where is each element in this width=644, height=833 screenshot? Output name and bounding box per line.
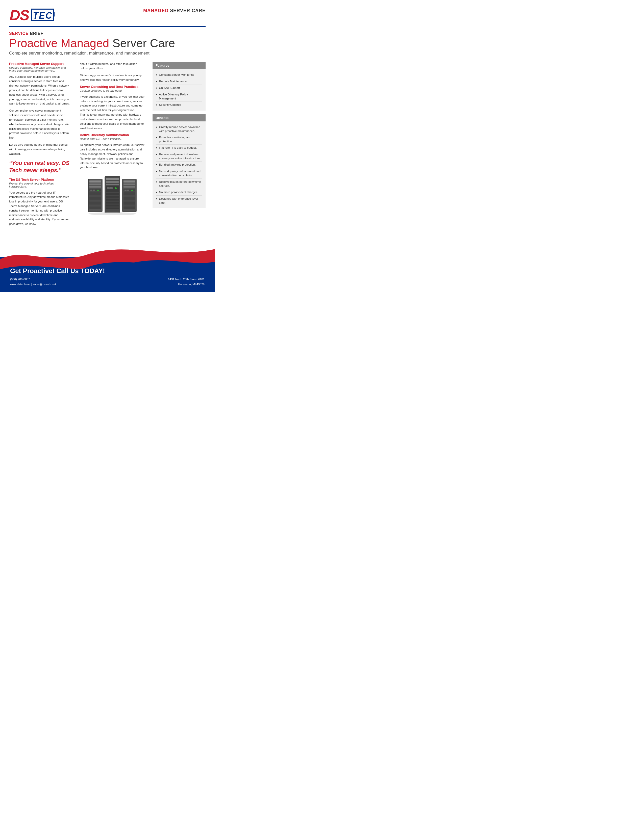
section3-heading: Server Consulting and Best Practices [80, 85, 145, 88]
section2-heading: The DS Tech Server Platform [9, 178, 70, 182]
section4-heading: Active Directory Administration [80, 133, 145, 137]
right-column: Features •Constant Server Monitoring•Rem… [150, 62, 206, 229]
bullet-icon: • [156, 146, 158, 150]
mid-p2: Minimizing your server’s downtime is our… [80, 73, 145, 82]
footer-contact-right: 1431 North 26th Street #101 Escanaba, MI… [168, 277, 204, 287]
benefit-item: •Network policy enforcement and administ… [156, 168, 202, 178]
header: DS TECH MANAGED SERVER CARE [0, 0, 215, 26]
svg-point-10 [97, 190, 99, 191]
header-right: MANAGED SERVER CARE [143, 6, 206, 13]
footer-content: Get Proactive! Call Us TODAY! (906) 786-… [0, 262, 215, 292]
benefit-item: •Resolve issues before downtime accrues. [156, 179, 202, 189]
svg-point-31 [115, 187, 117, 189]
feature-item: •Active Directory Policy Management [156, 92, 202, 102]
benefit-item: •Designed with enterprise-level care. [156, 196, 202, 206]
svg-rect-6 [89, 186, 101, 188]
footer-cta: Get Proactive! Call Us TODAY! [10, 267, 204, 275]
server-svg [86, 174, 139, 215]
svg-rect-25 [106, 178, 119, 180]
bullet-icon: • [156, 93, 158, 96]
svg-rect-8 [90, 190, 92, 191]
svg-rect-50 [127, 190, 129, 191]
page-title: MANAGED SERVER CARE [143, 8, 206, 13]
svg-rect-45 [124, 180, 135, 182]
features-list: •Constant Server Monitoring•Remote Maint… [153, 69, 206, 111]
feature-item: •Constant Server Monitoring [156, 72, 202, 78]
service-label: SERVICE BRIEF [9, 31, 206, 36]
bullet-icon: • [156, 79, 158, 84]
svg-rect-46 [124, 183, 135, 185]
svg-rect-27 [106, 184, 119, 185]
logo: DS TECH [9, 6, 55, 24]
section3-subheading: Custom solutions to fill any need. [80, 89, 145, 92]
bullet-icon: • [156, 197, 158, 201]
section1-p1: Any business with multiple users should … [9, 75, 70, 106]
svg-rect-9 [93, 190, 95, 191]
benefits-list: •Greatly reduce server downtime with pro… [153, 121, 206, 208]
mid-p1: about it within minutes, and often take … [80, 62, 145, 71]
svg-rect-5 [89, 183, 101, 185]
svg-rect-28 [106, 186, 119, 209]
benefits-header: Benefits [153, 114, 206, 121]
bullet-icon: • [156, 125, 158, 129]
section3-p1: If your business is expanding, or you fe… [80, 95, 145, 131]
benefit-item: •Proactive monitoring and protection. [156, 134, 202, 145]
section2-p1: Your servers are the heart of your IT in… [9, 191, 70, 227]
svg-rect-30 [110, 187, 113, 189]
bullet-icon: • [156, 153, 158, 156]
feature-item: •Remote Maintenance [156, 78, 202, 85]
svg-rect-29 [107, 187, 109, 189]
benefit-item: •Greatly reduce server downtime with pro… [156, 124, 202, 134]
svg-rect-47 [124, 186, 135, 188]
bullet-icon: • [156, 190, 158, 195]
content-area: Proactive Managed Server Support Reduce … [0, 56, 215, 229]
quote: “You can rest easy. DS Tech never sleeps… [9, 159, 70, 174]
svg-text:DS: DS [10, 7, 29, 23]
bullet-icon: • [156, 86, 158, 90]
footer-wave: Get Proactive! Call Us TODAY! (906) 786-… [0, 236, 215, 292]
footer-phone: (906) 786-0057 [10, 277, 56, 282]
features-header: Features [153, 62, 206, 69]
feature-item: •On-Site Support [156, 85, 202, 92]
footer-address2: Escanaba, MI 49829 [168, 282, 204, 287]
svg-point-65 [89, 212, 136, 215]
bullet-icon: • [156, 169, 158, 174]
service-brief-section: SERVICE BRIEF Proactive Managed Server C… [0, 27, 215, 56]
middle-column: about it within minutes, and often take … [75, 62, 150, 229]
benefit-item: •Reduce and prevent downtime across your… [156, 151, 202, 162]
main-subtitle: Complete server monitoring, remediation,… [9, 51, 206, 56]
section4-p1: To optimize your network infrastructure,… [80, 143, 145, 170]
section1-heading: Proactive Managed Server Support [9, 62, 70, 66]
benefit-item: •No more per-incident charges. [156, 189, 202, 196]
section1-subheading: Reduce downtime, increase profitability,… [9, 66, 70, 72]
footer-web-email: www.dstech.net | sales@dstech.net [10, 282, 56, 287]
bullet-icon: • [156, 163, 158, 167]
server-image [80, 174, 145, 217]
benefit-item: •Flat-rate IT is easy to budget. [156, 145, 202, 151]
svg-rect-4 [89, 180, 101, 182]
main-heading: Proactive Managed Server Care [9, 37, 206, 50]
section1-p3: Let us give you the peace of mind that c… [9, 143, 70, 156]
bullet-icon: • [156, 135, 158, 140]
footer-address1: 1431 North 26th Street #101 [168, 277, 204, 282]
section2-subheading: Protect the core of your technology infr… [9, 182, 70, 188]
svg-rect-49 [124, 190, 127, 191]
section1-p2: Our comprehensive server management solu… [9, 109, 70, 140]
footer-contact: (906) 786-0057 www.dstech.net | sales@ds… [10, 277, 204, 287]
logo-area: DS TECH [9, 6, 55, 24]
svg-rect-26 [106, 181, 119, 183]
feature-item: •Security Updates [156, 102, 202, 108]
section4-subheading: Benefit from DS Tech’s flexibility. [80, 137, 145, 140]
bullet-icon: • [156, 180, 158, 184]
benefit-item: •Bundled antivirus protection. [156, 162, 202, 168]
left-column: Proactive Managed Server Support Reduce … [9, 62, 75, 229]
svg-point-51 [131, 190, 133, 191]
bullet-icon: • [156, 103, 158, 107]
footer-contact-left: (906) 786-0057 www.dstech.net | sales@ds… [10, 277, 56, 287]
svg-text:TECH: TECH [33, 10, 55, 21]
bullet-icon: • [156, 73, 158, 77]
